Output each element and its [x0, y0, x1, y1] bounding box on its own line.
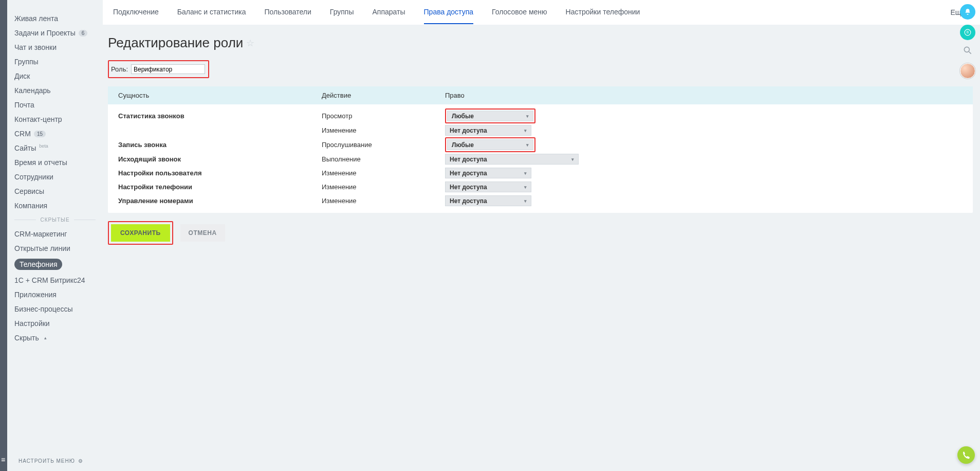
- right-cell: Нет доступа▾: [445, 195, 963, 206]
- table-row: Управление номерамиИзменениеНет доступа▾: [118, 194, 963, 208]
- table-row: Запись звонкаПрослушиваниеЛюбые▾: [118, 137, 963, 152]
- sidebar-item[interactable]: Настройки: [7, 316, 103, 331]
- help-icon[interactable]: B: [960, 25, 975, 40]
- right-select[interactable]: Нет доступа▾: [445, 125, 531, 136]
- star-icon[interactable]: ☆: [246, 38, 254, 49]
- entity-cell: Запись звонка: [118, 141, 322, 149]
- entity-cell: Настройки пользователя: [118, 169, 322, 177]
- right-cell: Нет доступа▾: [445, 168, 963, 178]
- sidebar-item[interactable]: Сайтыbeta: [7, 141, 103, 155]
- call-fab[interactable]: [957, 446, 975, 464]
- configure-menu-button[interactable]: НАСТРОИТЬ МЕНЮ ⚙: [7, 453, 103, 471]
- table-row: Статистика звонковПросмотрЛюбые▾: [118, 108, 963, 123]
- tab[interactable]: Подключение: [113, 0, 159, 24]
- right-cell: Нет доступа▾: [445, 154, 963, 165]
- sidebar-item[interactable]: Сотрудники: [7, 170, 103, 184]
- sidebar-item[interactable]: Контакт-центр: [7, 112, 103, 126]
- action-cell: Прослушивание: [322, 141, 445, 149]
- right-cell: Нет доступа▾: [445, 125, 963, 136]
- entity-cell: Исходящий звонок: [118, 155, 322, 163]
- role-input[interactable]: [131, 64, 205, 74]
- sidebar-item[interactable]: Живая лента: [7, 11, 103, 26]
- chevron-down-icon: ▾: [524, 185, 527, 190]
- table-row: ИзменениеНет доступа▾: [118, 123, 963, 137]
- chevron-down-icon: ▾: [526, 142, 529, 148]
- tab[interactable]: Группы: [330, 0, 354, 24]
- chevron-down-icon: ▾: [571, 157, 574, 162]
- right-select[interactable]: Нет доступа▾: [445, 182, 531, 192]
- sidebar: Живая лентаЗадачи и Проекты6Чат и звонки…: [7, 0, 103, 471]
- sidebar-hidden-divider: СКРЫТЫЕ: [7, 213, 103, 227]
- notifications-icon[interactable]: [960, 4, 975, 20]
- permissions-panel: Сущность Действие Право Статистика звонк…: [108, 86, 973, 213]
- sidebar-item[interactable]: Компания: [7, 198, 103, 213]
- tab[interactable]: Пользователи: [264, 0, 311, 24]
- sidebar-item[interactable]: Телефония: [7, 256, 103, 273]
- tab[interactable]: Баланс и статистика: [177, 0, 246, 24]
- sidebar-item[interactable]: Диск: [7, 69, 103, 83]
- table-row: Настройки телефонииИзменениеНет доступа▾: [118, 180, 963, 194]
- sidebar-item[interactable]: CRM15: [7, 126, 103, 141]
- sidebar-item[interactable]: Бизнес-процессы: [7, 302, 103, 316]
- tabbar: ПодключениеБаланс и статистикаПользовате…: [103, 0, 980, 25]
- entity-cell: Статистика звонков: [118, 112, 322, 120]
- sidebar-item[interactable]: Почта: [7, 98, 103, 112]
- svg-line-3: [969, 52, 971, 54]
- sidebar-item[interactable]: Группы: [7, 55, 103, 69]
- sidebar-item[interactable]: Календарь: [7, 83, 103, 98]
- badge: 15: [34, 131, 46, 137]
- chevron-down-icon: ▾: [524, 128, 527, 133]
- table-row: Исходящий звонокВыполнениеНет доступа▾: [118, 152, 963, 166]
- highlight-box: Любые▾: [445, 108, 535, 123]
- sidebar-item[interactable]: 1С + CRM Битрикс24: [7, 273, 103, 287]
- page-title: Редактирование роли: [108, 35, 243, 51]
- avatar[interactable]: [960, 63, 975, 79]
- menu-icon[interactable]: ≡: [1, 456, 5, 464]
- table-header: Сущность Действие Право: [108, 86, 973, 104]
- save-button[interactable]: СОХРАНИТЬ: [111, 224, 170, 242]
- right-cell: Нет доступа▾: [445, 182, 963, 192]
- gear-icon: ⚙: [78, 458, 83, 464]
- sidebar-item[interactable]: CRM-маркетинг: [7, 227, 103, 241]
- action-cell: Изменение: [322, 169, 445, 177]
- sidebar-item[interactable]: Время и отчеты: [7, 155, 103, 170]
- right-select[interactable]: Нет доступа▾: [445, 168, 531, 178]
- chevron-down-icon: ▾: [524, 198, 527, 204]
- sidebar-item[interactable]: Приложения: [7, 287, 103, 302]
- tab[interactable]: Права доступа: [424, 0, 473, 24]
- chevron-down-icon: ▾: [524, 171, 527, 176]
- beta-tag: beta: [39, 143, 48, 149]
- role-label: Роль:: [111, 65, 128, 73]
- sidebar-item[interactable]: Чат и звонки: [7, 40, 103, 55]
- tab[interactable]: Аппараты: [373, 0, 405, 24]
- cancel-button[interactable]: ОТМЕНА: [180, 224, 225, 242]
- action-cell: Изменение: [322, 126, 445, 134]
- tab[interactable]: Голосовое меню: [492, 0, 547, 24]
- svg-text:B: B: [967, 30, 969, 34]
- entity-cell: Настройки телефонии: [118, 183, 322, 191]
- table-row: Настройки пользователяИзменениеНет досту…: [118, 166, 963, 180]
- sidebar-item[interactable]: Скрыть: [7, 331, 103, 345]
- save-button-highlight: СОХРАНИТЬ: [108, 221, 173, 245]
- right-select[interactable]: Любые▾: [447, 139, 533, 150]
- sidebar-item[interactable]: Открытые линии: [7, 241, 103, 256]
- right-dock: B: [955, 0, 980, 79]
- tab[interactable]: Настройки телефонии: [566, 0, 640, 24]
- action-cell: Просмотр: [322, 112, 445, 120]
- svg-point-2: [964, 47, 969, 52]
- right-cell: Любые▾: [445, 137, 963, 152]
- highlight-box: Любые▾: [445, 137, 535, 152]
- action-cell: Изменение: [322, 183, 445, 191]
- sidebar-item[interactable]: Задачи и Проекты6: [7, 26, 103, 40]
- sidebar-item[interactable]: Сервисы: [7, 184, 103, 198]
- search-icon[interactable]: [963, 45, 973, 58]
- entity-cell: Управление номерами: [118, 197, 322, 205]
- right-select[interactable]: Нет доступа▾: [445, 195, 531, 206]
- main: ПодключениеБаланс и статистикаПользовате…: [103, 0, 980, 471]
- collapsed-strip: ≡: [0, 0, 7, 471]
- action-cell: Выполнение: [322, 155, 445, 163]
- right-select[interactable]: Нет доступа▾: [445, 154, 579, 165]
- right-select[interactable]: Любые▾: [447, 111, 533, 121]
- badge: 6: [79, 30, 88, 37]
- chevron-down-icon: ▾: [526, 114, 529, 119]
